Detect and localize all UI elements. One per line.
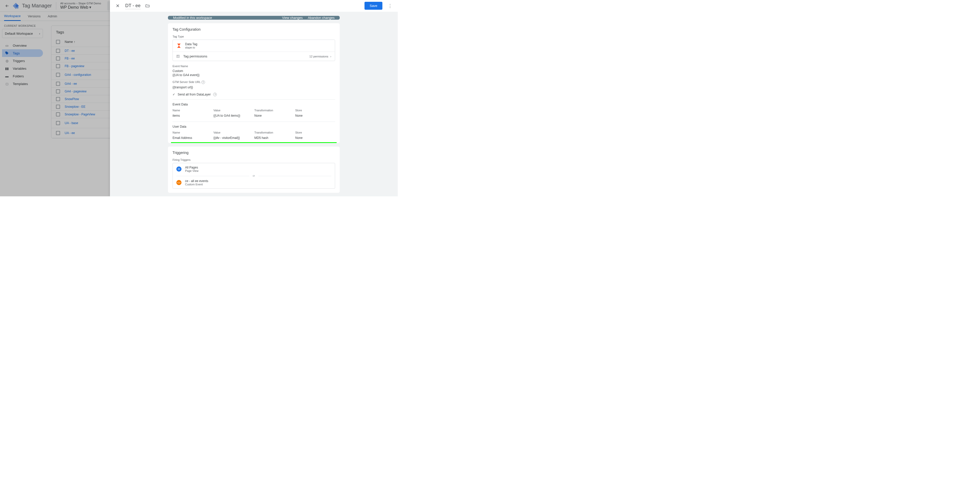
permissions-count: 12 permissions (309, 55, 328, 58)
gtm-url-label: GTM Server Side URL (173, 81, 200, 84)
trigger-type: Page View (185, 169, 198, 172)
tag-permissions-label: Tag permissions (183, 54, 207, 58)
close-icon[interactable]: ✕ (115, 3, 121, 9)
user-row-name: Email Address (173, 136, 213, 139)
gtm-url-value: {{transport url}} (173, 86, 335, 89)
abandon-changes-link[interactable]: Abandon changes (308, 16, 334, 20)
trigger-all-pages[interactable]: All Pages Page View (173, 163, 335, 175)
view-changes-link[interactable]: View changes (282, 16, 303, 20)
col-value: Value (213, 131, 255, 134)
triggering-heading: Triggering (173, 150, 335, 155)
event-row-store: None (295, 114, 335, 117)
stape-icon (177, 43, 181, 48)
triggering-card[interactable]: Triggering Firing Triggers All Pages Pag… (168, 147, 340, 193)
key-icon: ⚿ (177, 54, 180, 58)
svg-point-2 (179, 169, 180, 170)
col-name: Name (173, 131, 213, 134)
trigger-type: Custom Event (185, 183, 208, 186)
trigger-ce-events[interactable]: <> ce - all ee events Custom Event (173, 177, 335, 189)
highlight-bar (171, 142, 337, 143)
firing-triggers-label: Firing Triggers (173, 158, 335, 162)
col-transform: Transformation (255, 131, 295, 134)
event-name-label: Event Name (173, 65, 335, 68)
tag-editor-panel: ✕ DT - ee Save ⋮ Modified in this worksp… (110, 0, 398, 196)
modified-banner: Modified in this workspace View changes … (168, 16, 340, 20)
folder-icon[interactable] (145, 3, 150, 8)
trigger-name: All Pages (185, 166, 198, 169)
chevron-right-icon: › (330, 55, 331, 58)
pageview-icon (177, 166, 181, 171)
user-row-transform: MD5 hash (255, 136, 295, 139)
help-icon[interactable]: ? (213, 93, 217, 96)
tag-permissions-row[interactable]: ⚿ Tag permissions 12 permissions› (173, 52, 335, 61)
event-row-transform: None (255, 114, 295, 117)
banner-message: Modified in this workspace (173, 16, 212, 20)
send-all-label: Send all from DataLayer (178, 93, 211, 96)
col-transform: Transformation (255, 109, 295, 112)
event-name-value: Custom (173, 69, 335, 73)
tag-type-name: Data Tag (185, 43, 197, 46)
event-data-label: Event Data (173, 103, 335, 106)
help-icon[interactable]: ? (201, 81, 205, 84)
tag-type-vendor: stape-io (185, 46, 197, 49)
col-store: Store (295, 131, 335, 134)
save-button[interactable]: Save (364, 2, 382, 10)
trigger-name: ce - all ee events (185, 179, 208, 183)
event-name-variable: {{UA to GA4 event}} (173, 73, 335, 77)
event-row-name: items (173, 114, 213, 117)
user-row-value: {{dlv - visitorEmail}} (213, 136, 255, 139)
custom-event-icon: <> (177, 180, 181, 185)
tag-config-heading: Tag Configuration (173, 27, 335, 32)
user-data-label: User Data (173, 125, 335, 128)
tag-name-input[interactable]: DT - ee (125, 3, 141, 9)
col-name: Name (173, 109, 213, 112)
col-value: Value (213, 109, 255, 112)
user-row-store: None (295, 136, 335, 139)
or-separator: or (173, 174, 335, 177)
event-row-value: {{UA to GA4 items}} (213, 114, 255, 117)
tag-configuration-card[interactable]: Tag Configuration Tag Type Data Tag stap… (168, 23, 340, 143)
tag-type-label: Tag Type (173, 35, 335, 38)
more-menu-icon[interactable]: ⋮ (387, 3, 393, 9)
col-store: Store (295, 109, 335, 112)
check-icon: ✓ (173, 93, 175, 96)
